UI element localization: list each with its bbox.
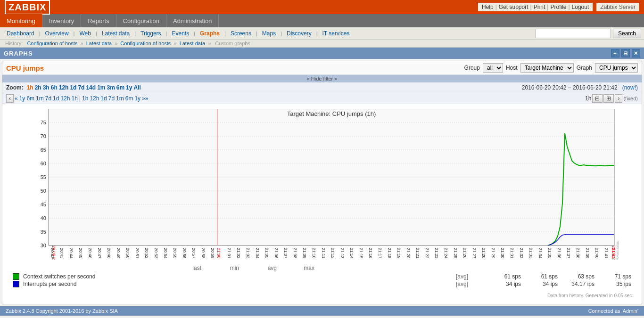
subnav-triggers[interactable]: Triggers xyxy=(137,29,165,38)
period-1h-left[interactable]: 1h xyxy=(71,95,77,102)
svg-text:55: 55 xyxy=(41,174,46,180)
zoom-3m[interactable]: 3m xyxy=(107,84,115,91)
subnav-events[interactable]: Events xyxy=(168,29,193,38)
subnav-web[interactable]: Web xyxy=(75,29,94,38)
subnav-screens[interactable]: Screens xyxy=(227,29,255,38)
svg-text:21:39: 21:39 xyxy=(585,248,590,259)
period-1m-left[interactable]: 1m xyxy=(36,95,44,102)
nav-back-button[interactable]: ‹ xyxy=(6,94,14,103)
breadcrumb-config-hosts-2[interactable]: Configuration of hosts xyxy=(120,41,171,46)
help-link[interactable]: Help xyxy=(482,4,494,10)
svg-text:50: 50 xyxy=(41,188,46,194)
zoom-14d[interactable]: 14d xyxy=(86,84,96,91)
graph-select[interactable]: CPU jumps xyxy=(595,63,638,73)
search-button[interactable]: Search xyxy=(613,29,641,38)
period-1y-right[interactable]: 1y xyxy=(134,95,140,102)
period-6m-right[interactable]: 6m xyxy=(125,95,133,102)
period-1y-left[interactable]: 1y xyxy=(19,95,25,102)
svg-text:21:00: 21:00 xyxy=(216,248,221,259)
period-1d-left[interactable]: 1d xyxy=(53,95,59,102)
header-icon-collapse[interactable]: ⊟ xyxy=(621,49,630,57)
svg-text:40: 40 xyxy=(41,215,46,221)
page-header-bar: GRAPHS + ⊟ ✕ xyxy=(0,48,644,59)
profile-link[interactable]: Profile xyxy=(550,4,566,10)
period-1h-right[interactable]: 1h xyxy=(82,95,88,102)
zoom-7d[interactable]: 7d xyxy=(78,84,84,91)
nav-forward-button[interactable]: › xyxy=(615,94,622,103)
zoom-2h[interactable]: 2h xyxy=(35,84,41,91)
svg-text:21:18: 21:18 xyxy=(387,248,392,259)
nav-zoom-out-button[interactable]: ⊟ xyxy=(592,94,603,103)
zoom-1y[interactable]: 1y xyxy=(126,84,132,91)
server-name: Zabbix Server xyxy=(596,3,639,11)
group-select[interactable]: all xyxy=(483,63,503,73)
nav-reports[interactable]: Reports xyxy=(81,14,116,27)
logout-link[interactable]: Logout xyxy=(572,4,589,10)
search-input[interactable] xyxy=(536,29,611,38)
period-12h-right[interactable]: 12h xyxy=(90,95,99,102)
zoom-6m[interactable]: 6m xyxy=(116,84,124,91)
svg-text:21:35: 21:35 xyxy=(547,248,552,259)
svg-text:30: 30 xyxy=(41,243,46,248)
subnav-discovery[interactable]: Discovery xyxy=(283,29,315,38)
period-1m-right[interactable]: 1m xyxy=(116,95,124,102)
nav-administration[interactable]: Administration xyxy=(166,14,219,27)
subnav-maps[interactable]: Maps xyxy=(258,29,280,38)
svg-text:21:16: 21:16 xyxy=(368,248,373,259)
period-end[interactable]: »» xyxy=(142,95,148,102)
nav-zoom-in-button[interactable]: ⊞ xyxy=(603,94,614,103)
top-links: Help | Get support | Print | Profile | L… xyxy=(478,3,593,11)
period-7d-left[interactable]: 7d xyxy=(45,95,51,102)
svg-text:20:54: 20:54 xyxy=(163,248,168,259)
period-12h-left[interactable]: 12h xyxy=(60,95,70,102)
svg-text:20:59: 20:59 xyxy=(210,248,215,259)
graph-controls: Group all Host Target Machine Graph CPU … xyxy=(464,63,638,73)
zoom-1m[interactable]: 1m xyxy=(97,84,105,91)
get-support-link[interactable]: Get support xyxy=(499,4,528,10)
group-label: Group xyxy=(464,65,480,71)
breadcrumb-latest-data-2[interactable]: Latest data xyxy=(180,41,205,46)
left-nav: ‹ « 1y 6m 1m 7d 1d 12h 1h | 1h 12h 1d 7d… xyxy=(6,94,148,103)
hide-filter-bar[interactable]: « Hide filter » xyxy=(2,75,642,82)
zoom-all[interactable]: All xyxy=(134,84,141,91)
print-link[interactable]: Print xyxy=(534,4,545,10)
svg-text:20:53: 20:53 xyxy=(154,248,158,259)
period-start[interactable]: « xyxy=(15,95,18,102)
subnav-it-services[interactable]: IT services xyxy=(319,29,354,38)
svg-text:21:26: 21:26 xyxy=(462,248,467,259)
period-7d-right[interactable]: 7d xyxy=(108,95,115,102)
nav-monitoring[interactable]: Monitoring xyxy=(0,14,42,27)
nav-inventory[interactable]: Inventory xyxy=(42,14,81,27)
svg-text:21:37: 21:37 xyxy=(566,248,571,259)
nav-configuration[interactable]: Configuration xyxy=(116,14,166,27)
period-6m-left[interactable]: 6m xyxy=(26,95,34,102)
breadcrumb-latest-data-1[interactable]: Latest data xyxy=(86,41,112,46)
header-icon-add[interactable]: + xyxy=(611,49,619,57)
subnav-dashboard[interactable]: Dashboard xyxy=(3,29,38,38)
period-1d-right[interactable]: 1d xyxy=(100,95,107,102)
svg-text:21:22: 21:22 xyxy=(425,248,429,259)
subnav-graphs[interactable]: Graphs xyxy=(196,29,223,38)
svg-text:21:04: 21:04 xyxy=(255,248,260,259)
zoom-6h[interactable]: 6h xyxy=(51,84,58,91)
legend-color-interrupts xyxy=(13,281,19,287)
main-nav: Monitoring Inventory Reports Configurati… xyxy=(0,14,644,27)
time-now-link[interactable]: (now!) xyxy=(622,84,638,91)
breadcrumb-config-hosts-1[interactable]: Configuration of hosts xyxy=(27,41,77,46)
zoom-1d[interactable]: 1d xyxy=(70,84,76,91)
host-select[interactable]: Target Machine xyxy=(520,63,574,73)
legend-min-interrupts: 34 ips xyxy=(525,281,558,287)
logo: ZABBIX xyxy=(5,0,50,15)
legend-last-context: 61 sps xyxy=(488,273,521,280)
graph-canvas-area: 75 70 65 60 55 50 45 40 35 30 Target Mac… xyxy=(2,104,642,304)
zoom-3h[interactable]: 3h xyxy=(43,84,50,91)
svg-text:21:01: 21:01 xyxy=(227,248,231,259)
subnav-overview[interactable]: Overview xyxy=(41,29,73,38)
svg-text:20.06 21:42: 20.06 21:42 xyxy=(611,245,616,260)
svg-text:20:46: 20:46 xyxy=(88,248,92,259)
subnav-latest-data[interactable]: Latest data xyxy=(98,29,133,38)
zoom-12h[interactable]: 12h xyxy=(59,84,69,91)
svg-text:21:13: 21:13 xyxy=(340,248,345,259)
zoom-1h[interactable]: 1h xyxy=(27,84,33,91)
header-icon-close[interactable]: ✕ xyxy=(632,49,640,57)
